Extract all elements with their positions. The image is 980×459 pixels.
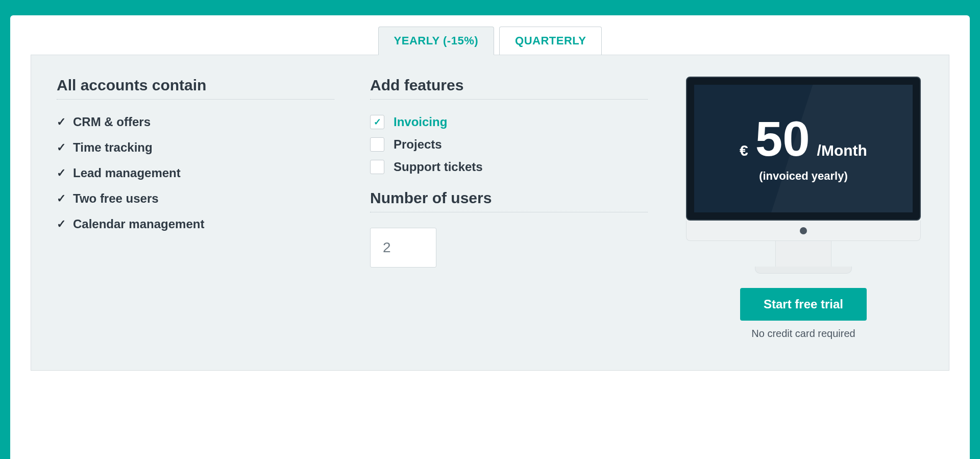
addons-title: Add features <box>370 77 648 100</box>
check-icon: ✓ <box>57 192 66 205</box>
checkbox[interactable]: ✓ <box>370 137 384 152</box>
no-credit-card-note: No credit card required <box>751 328 855 340</box>
feature-label: CRM & offers <box>73 115 151 129</box>
list-item: ✓ Calendar management <box>57 217 334 231</box>
checkbox[interactable]: ✓ <box>370 160 384 174</box>
check-icon: ✓ <box>57 166 66 180</box>
check-icon: ✓ <box>374 116 381 128</box>
addon-label: Invoicing <box>394 115 447 129</box>
monitor-screen: € 50 /Month (invoiced yearly) <box>694 85 913 212</box>
tab-quarterly[interactable]: QUARTERLY <box>499 27 602 55</box>
feature-label: Two free users <box>73 191 159 206</box>
billing-note: (invoiced yearly) <box>759 170 848 183</box>
addon-support-tickets[interactable]: ✓ Support tickets <box>370 160 648 174</box>
list-item: ✓ Lead management <box>57 166 334 180</box>
addon-label: Support tickets <box>394 160 483 174</box>
monitor-stand-base <box>755 267 852 274</box>
addon-label: Projects <box>394 137 442 152</box>
price-column: € 50 /Month (invoiced yearly) Start free… <box>683 77 923 340</box>
price-line: € 50 /Month <box>740 114 867 163</box>
price-amount: 50 <box>755 114 810 163</box>
list-item: ✓ Two free users <box>57 191 334 206</box>
included-list: ✓ CRM & offers ✓ Time tracking ✓ Lead ma… <box>57 115 334 231</box>
addon-invoicing[interactable]: ✓ Invoicing <box>370 115 648 129</box>
users-input[interactable] <box>370 228 436 268</box>
list-item: ✓ CRM & offers <box>57 115 334 129</box>
monitor-chin <box>686 221 921 241</box>
list-item: ✓ Time tracking <box>57 140 334 155</box>
feature-label: Calendar management <box>73 217 204 231</box>
monitor-stand-neck <box>775 241 831 267</box>
included-title: All accounts contain <box>57 77 334 100</box>
users-title: Number of users <box>370 189 648 212</box>
addons-column: Add features ✓ Invoicing ✓ Projects ✓ Su… <box>370 77 648 340</box>
addons-list: ✓ Invoicing ✓ Projects ✓ Support tickets <box>370 115 648 174</box>
billing-tabs: YEARLY (-15%) QUARTERLY <box>10 27 970 55</box>
feature-label: Lead management <box>73 166 181 180</box>
tab-yearly[interactable]: YEARLY (-15%) <box>378 27 494 55</box>
check-icon: ✓ <box>57 141 66 154</box>
checkbox[interactable]: ✓ <box>370 115 384 129</box>
monitor-bezel: € 50 /Month (invoiced yearly) <box>686 77 921 221</box>
addon-projects[interactable]: ✓ Projects <box>370 137 648 152</box>
feature-label: Time tracking <box>73 140 153 155</box>
start-trial-button[interactable]: Start free trial <box>740 288 867 321</box>
currency-symbol: € <box>740 142 748 159</box>
price-period: /Month <box>817 142 867 159</box>
pricing-card: YEARLY (-15%) QUARTERLY All accounts con… <box>10 15 970 459</box>
check-icon: ✓ <box>57 218 66 231</box>
monitor-illustration: € 50 /Month (invoiced yearly) <box>686 77 921 274</box>
check-icon: ✓ <box>57 115 66 129</box>
camera-dot-icon <box>800 227 807 234</box>
included-column: All accounts contain ✓ CRM & offers ✓ Ti… <box>57 77 334 340</box>
config-panel: All accounts contain ✓ CRM & offers ✓ Ti… <box>31 55 949 371</box>
